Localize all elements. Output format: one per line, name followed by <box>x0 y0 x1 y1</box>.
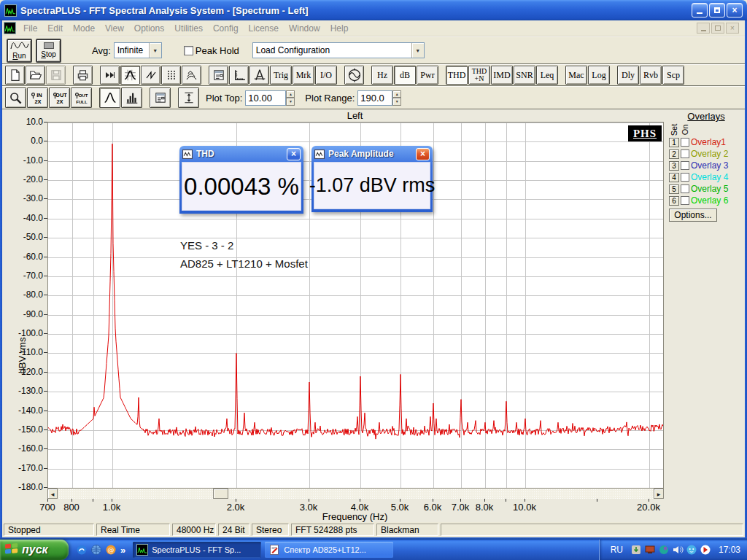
display-options-button[interactable] <box>150 88 171 108</box>
menu-window[interactable]: Window <box>284 22 325 35</box>
overlay-on-checkbox-2[interactable] <box>681 149 689 158</box>
toolbar-button-dly[interactable]: Dly <box>617 66 639 85</box>
spectrum-display-button[interactable] <box>120 66 140 85</box>
stop-button[interactable]: Stop <box>36 39 61 63</box>
peak-amplitude-window[interactable]: Peak Amplitude × -1.07 dBV rms <box>311 146 433 212</box>
peak-amplitude-close-button[interactable]: × <box>416 148 430 160</box>
update-icon[interactable] <box>630 544 642 556</box>
launch-icon[interactable] <box>700 544 711 556</box>
overlay-set-button-6[interactable]: 6 <box>669 196 679 206</box>
toolbar-button-scp[interactable]: Scp <box>662 66 684 85</box>
thd-titlebar[interactable]: THD × <box>182 146 301 162</box>
overlay-on-checkbox-3[interactable] <box>681 161 689 170</box>
menu-config[interactable]: Config <box>208 22 244 35</box>
signal-generator-button[interactable] <box>344 66 364 85</box>
overlays-options-button[interactable]: Options... <box>669 209 717 222</box>
display-options-button[interactable] <box>209 66 228 85</box>
plot-top-spinner[interactable]: ▲▼ <box>286 90 295 106</box>
thd-window[interactable]: THD × 0.00043 % <box>179 146 303 214</box>
overlay-set-button-3[interactable]: 3 <box>669 161 679 171</box>
y-tick-mark <box>44 448 47 449</box>
toolbar-button-mrk[interactable]: Mrk <box>293 66 314 85</box>
browser-icon[interactable] <box>90 544 102 556</box>
surface-3d-display-button[interactable] <box>182 66 201 85</box>
thd-close-button[interactable]: × <box>287 148 301 160</box>
task-button-spectraplus[interactable]: SpectraPLUS - FFT Sp... <box>133 542 261 558</box>
menu-license[interactable]: License <box>244 22 284 35</box>
toolbar-button-leq[interactable]: Leq <box>536 66 558 85</box>
minimize-button[interactable] <box>692 3 708 18</box>
overlay-on-checkbox-1[interactable] <box>681 138 689 147</box>
menu-mode[interactable]: Mode <box>68 22 100 35</box>
menu-view[interactable]: View <box>100 22 129 35</box>
zoom-in-2x-button[interactable]: IN2X <box>27 88 48 108</box>
task-button-spektr[interactable]: Спектр AD825+LT12... <box>265 542 393 558</box>
scroll-left-button[interactable]: ◀ <box>47 489 58 499</box>
overlay-on-checkbox-5[interactable] <box>681 184 689 193</box>
spectrogram-display-button[interactable] <box>161 66 181 85</box>
zoom-button[interactable] <box>5 88 26 108</box>
messenger-icon[interactable] <box>76 544 88 556</box>
fast-forward-button[interactable] <box>100 66 120 85</box>
bar-display-button[interactable] <box>121 88 142 108</box>
toolbar-button-imd[interactable]: IMD <box>491 66 513 85</box>
toolbar-button-thd[interactable]: THD <box>446 66 468 85</box>
toolbar-button-hz[interactable]: Hz <box>371 66 393 85</box>
mdi-close-button[interactable]: × <box>726 23 739 34</box>
menu-edit[interactable]: Edit <box>42 22 68 35</box>
plot-h-scrollbar[interactable]: ◀ ▶ <box>47 489 664 499</box>
overlay-on-checkbox-4[interactable] <box>681 173 689 182</box>
vertical-scale-button[interactable] <box>178 88 199 108</box>
new-file-button[interactable] <box>5 66 25 85</box>
plot-range-input[interactable] <box>357 90 392 106</box>
scale-ruler-button[interactable] <box>229 66 249 85</box>
load-configuration-select[interactable]: Load Configuration ▼ <box>252 42 425 58</box>
overlay-set-button-2[interactable]: 2 <box>669 149 679 159</box>
menu-help[interactable]: Help <box>325 22 354 35</box>
orb-icon[interactable] <box>658 544 670 556</box>
quick-launch-overflow[interactable]: » <box>120 545 125 556</box>
save-file-button[interactable] <box>46 66 66 85</box>
print-button[interactable] <box>73 66 93 85</box>
zoom-out-full-button[interactable]: OUTFULL <box>71 88 92 108</box>
toolbar-button-log[interactable]: Log <box>588 66 610 85</box>
monitor-icon[interactable] <box>644 544 656 556</box>
close-button[interactable]: × <box>727 3 743 18</box>
mdi-minimize-button[interactable] <box>697 23 710 34</box>
language-indicator[interactable]: RU <box>605 544 628 556</box>
mdi-restore-button[interactable] <box>711 23 724 34</box>
open-file-button[interactable] <box>26 66 45 85</box>
maximize-button[interactable] <box>709 3 725 18</box>
start-button[interactable]: пуск <box>0 540 69 560</box>
time-series-display-button[interactable] <box>141 66 160 85</box>
avg-select[interactable]: Infinite ▼ <box>114 42 162 58</box>
menu-options[interactable]: Options <box>129 22 169 35</box>
toolbar-button-snr[interactable]: SNR <box>514 66 535 85</box>
spectrum-curve-button[interactable] <box>99 88 120 108</box>
scroll-right-button[interactable]: ▶ <box>654 489 664 499</box>
peak-amplitude-titlebar[interactable]: Peak Amplitude × <box>314 146 430 162</box>
scrollbar-thumb[interactable] <box>213 489 228 499</box>
toolbar-button-db[interactable]: dB <box>394 66 416 85</box>
plot-top-input[interactable] <box>245 90 286 106</box>
menu-utilities[interactable]: Utilities <box>169 22 208 35</box>
overlay-set-button-5[interactable]: 5 <box>669 184 679 194</box>
overlay-set-button-4[interactable]: 4 <box>669 173 679 182</box>
calipers-button[interactable] <box>249 66 269 85</box>
peak-hold-checkbox[interactable] <box>184 46 193 55</box>
toolbar-button-trig[interactable]: Trig <box>270 66 292 85</box>
plot-range-spinner[interactable]: ▲▼ <box>392 90 401 106</box>
zoom-out-2x-button[interactable]: OUT2X <box>49 88 70 108</box>
overlay-on-checkbox-6[interactable] <box>681 196 689 205</box>
run-button[interactable]: Run <box>7 39 32 63</box>
toolbar-button-i-o[interactable]: I/O <box>315 66 337 85</box>
toolbar-button-rvb[interactable]: Rvb <box>640 66 662 85</box>
mail-icon[interactable]: @ <box>105 544 117 556</box>
chat-icon[interactable] <box>686 544 697 556</box>
speaker-icon[interactable] <box>672 544 684 556</box>
overlay-set-button-1[interactable]: 1 <box>669 138 679 147</box>
toolbar-button-mac[interactable]: Mac <box>565 66 587 85</box>
toolbar-button-pwr[interactable]: Pwr <box>417 66 438 85</box>
menu-file[interactable]: File <box>18 22 42 35</box>
toolbar-button-thd-n[interactable]: THD+N <box>468 66 490 85</box>
